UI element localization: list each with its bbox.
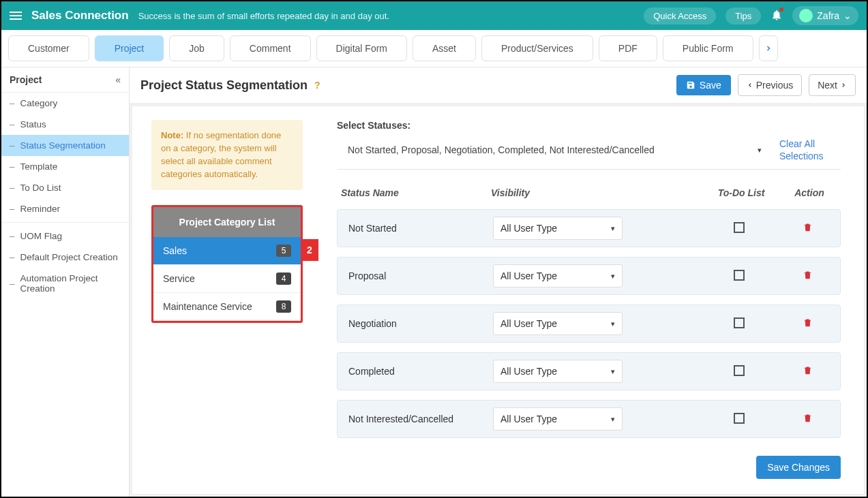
col-todo: To-Do List [700,187,782,198]
delete-icon[interactable] [803,269,813,281]
status-name: Proposal [343,270,493,281]
save-button[interactable]: Save [676,75,731,95]
status-name: Completed [343,366,493,377]
delete-icon[interactable] [803,364,813,376]
visibility-select[interactable]: All User Type▾ [493,217,623,240]
save-label: Save [700,80,721,91]
tab-project[interactable]: Project [95,35,164,61]
next-button[interactable]: Next [809,74,856,96]
sidebar: Project « Category Status Status Segment… [1,67,130,497]
tab-comment[interactable]: Comment [230,35,311,61]
note-label: Note: [161,130,183,140]
visibility-select[interactable]: All User Type▾ [493,407,623,431]
avatar [799,9,813,22]
user-name: Zafra [817,10,839,21]
tab-public-form[interactable]: Public Form [663,35,753,61]
col-visibility: Visibility [491,187,668,198]
status-name: Negotiation [343,318,493,329]
visibility-select[interactable]: All User Type▾ [493,360,623,383]
sidebar-item-uom-flag[interactable]: UOM Flag [1,225,129,247]
sidebar-item-default-project-creation[interactable]: Default Project Creation [1,247,129,268]
visibility-select[interactable]: All User Type▾ [493,312,623,335]
category-name: Maintenance Service [163,301,252,312]
tab-pdf[interactable]: PDF [599,35,657,61]
caret-down-icon: ▾ [611,320,615,328]
caret-down-icon: ▾ [758,146,762,155]
category-count: 4 [276,273,291,285]
delete-icon[interactable] [803,317,813,328]
statuses-dropdown-value: Not Started, Proposal, Negotiation, Comp… [348,144,655,155]
tab-customer[interactable]: Customer [8,35,89,61]
category-count: 5 [276,245,291,257]
sidebar-title: Project [10,74,42,85]
tagline-text: Success is the sum of small efforts repe… [138,11,389,21]
category-count: 8 [276,300,291,313]
tab-job[interactable]: Job [169,35,224,61]
delete-icon[interactable] [803,412,813,424]
todo-checkbox[interactable] [734,317,745,328]
category-name: Service [163,273,195,284]
category-panel: Project Category List Sales 5 Service 4 … [151,205,303,323]
quick-access-button[interactable]: Quick Access [644,7,716,25]
status-name: Not Started [343,223,493,234]
previous-button[interactable]: Previous [738,74,802,96]
caret-down-icon: ▾ [611,272,615,281]
sidebar-item-reminder[interactable]: Reminder [1,198,129,219]
table-header: Status Name Visibility To-Do List Action [337,181,841,209]
main-column: Project Status Segmentation ? Save Previ… [130,67,867,497]
caret-down-icon: ▾ [611,367,615,376]
sidebar-item-status-segmentation[interactable]: Status Segmentation [1,135,129,156]
chevron-right-icon [840,82,847,89]
status-row: Not Started All User Type▾ [337,209,841,247]
caret-down-icon: ▾ [611,224,615,233]
sidebar-item-to-do-list[interactable]: To Do List [1,177,129,198]
delete-icon[interactable] [803,221,813,233]
sidebar-item-template[interactable]: Template [1,156,129,177]
caret-down-icon: ▾ [611,415,615,424]
callout-badge: 2 [301,239,318,261]
visibility-select[interactable]: All User Type▾ [493,264,623,287]
page-title: Project Status Segmentation [140,78,308,93]
col-status-name: Status Name [341,187,491,198]
tab-digital-form[interactable]: Digital Form [316,35,407,61]
category-item-maintenance[interactable]: Maintenance Service 8 [153,293,301,321]
chevron-down-icon: ⌄ [843,10,852,21]
sidebar-item-category[interactable]: Category [1,93,129,114]
status-row: Proposal All User Type▾ [337,257,841,295]
col-action: Action [782,187,837,198]
category-name: Sales [163,245,187,256]
tabs-row: Customer Project Job Comment Digital For… [1,30,867,67]
todo-checkbox[interactable] [734,365,745,376]
tabs-scroll-right[interactable] [759,35,778,61]
clear-all-link[interactable]: Clear All Selections [779,138,841,162]
brand-title: Sales Connection [31,9,129,22]
status-row: Completed All User Type▾ [337,352,841,390]
sidebar-item-automation-project-creation[interactable]: Automation Project Creation [1,268,129,299]
save-icon [686,80,695,90]
notifications-icon[interactable] [770,9,783,23]
sidebar-item-status[interactable]: Status [1,114,129,135]
todo-checkbox[interactable] [734,270,745,281]
save-changes-button[interactable]: Save Changes [756,456,841,479]
category-panel-title: Project Category List [153,207,301,237]
tab-product-services[interactable]: Product/Services [481,35,593,61]
select-statuses-label: Select Statuses: [337,120,841,131]
next-label: Next [818,80,837,91]
previous-label: Previous [756,80,793,91]
user-menu[interactable]: Zafra ⌄ [792,6,858,25]
statuses-dropdown[interactable]: Not Started, Proposal, Negotiation, Comp… [344,138,766,162]
status-name: Not Interested/Cancelled [343,414,493,424]
category-item-sales[interactable]: Sales 5 [153,237,301,265]
menu-icon[interactable] [10,12,22,20]
help-icon[interactable]: ? [314,80,320,91]
status-row: Not Interested/Cancelled All User Type▾ [337,400,841,438]
tips-button[interactable]: Tips [725,7,761,25]
status-row: Negotiation All User Type▾ [337,305,841,343]
todo-checkbox[interactable] [734,413,745,424]
top-bar: Sales Connection Success is the sum of s… [1,1,867,30]
note-box: Note: If no segmentation done on a categ… [151,120,303,190]
category-item-service[interactable]: Service 4 [153,265,301,293]
sidebar-collapse-icon[interactable]: « [115,74,121,85]
tab-asset[interactable]: Asset [413,35,476,61]
todo-checkbox[interactable] [734,222,745,233]
